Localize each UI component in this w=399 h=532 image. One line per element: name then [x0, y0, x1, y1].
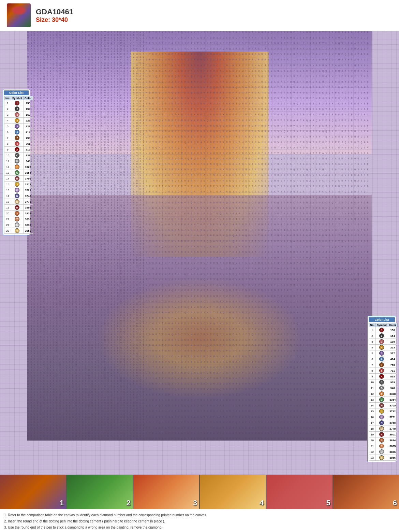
color-symbol: J: [11, 182, 23, 187]
col-no-right: No.: [369, 323, 376, 327]
color-no: 6: [4, 129, 11, 135]
color-list-row: 88761: [4, 141, 33, 147]
color-symbol: 8: [375, 368, 388, 374]
color-symbol: 1: [375, 327, 388, 333]
color-symbol: 7: [11, 135, 23, 141]
color-code: 758: [23, 135, 33, 141]
color-list-row: 66414: [369, 356, 398, 362]
color-code: 3801: [23, 205, 33, 211]
color-no: 4: [369, 345, 376, 350]
color-no: 21: [4, 216, 11, 222]
color-symbol: A: [375, 374, 388, 379]
thumbnail-item[interactable]: 5: [266, 475, 333, 509]
color-code: 939: [23, 153, 33, 158]
warm-glow-layer: [96, 277, 303, 400]
thumbnail-item[interactable]: 6: [333, 475, 399, 509]
color-symbol: H: [11, 176, 23, 182]
color-symbol: T: [375, 443, 388, 449]
color-list-row: 16K3721: [4, 187, 33, 193]
color-no: 8: [4, 141, 11, 147]
color-list-row: 22154: [369, 333, 398, 339]
color-list-row: 33169: [369, 339, 398, 345]
color-no: 23: [369, 455, 376, 461]
color-symbol: R: [11, 205, 23, 211]
header-info: GDA10461 Size: 30*40: [36, 8, 73, 24]
color-no: 13: [369, 397, 376, 403]
color-code: 3740: [388, 420, 397, 426]
color-list-row: 19R3801: [369, 432, 398, 437]
color-symbol: U: [375, 449, 388, 455]
instruction-line: 4. Tear apart the partial film and place…: [4, 531, 395, 532]
color-code: 150: [23, 100, 33, 106]
color-symbol: S: [11, 211, 23, 216]
color-code: 3835: [388, 443, 397, 449]
color-symbol: D: [11, 158, 23, 164]
color-code: 3721: [23, 187, 33, 193]
color-no: 22: [369, 449, 376, 455]
color-code: 758: [388, 362, 397, 368]
color-list-row: 17N3740: [4, 193, 33, 199]
col-symbol-right: Symbol: [375, 323, 388, 327]
color-symbol: N: [375, 420, 388, 426]
color-symbol: K: [375, 414, 388, 420]
color-code: 154: [23, 106, 33, 112]
color-no: 7: [4, 135, 11, 141]
color-code: 3740: [23, 193, 33, 199]
color-list-row: 10C939: [4, 153, 33, 158]
color-code: 3835: [23, 216, 33, 222]
color-symbol: 1: [11, 100, 23, 106]
color-symbol: F: [11, 164, 23, 170]
color-symbol: 6: [375, 356, 388, 362]
color-no: 12: [4, 164, 11, 170]
product-code: GDA10461: [36, 8, 73, 16]
color-code: 414: [388, 356, 397, 362]
thumbnail-item[interactable]: 3: [133, 475, 200, 509]
color-list-row: 10C939: [369, 379, 398, 385]
color-no: 18: [369, 426, 376, 432]
color-no: 10: [369, 379, 376, 385]
color-symbol: J: [375, 408, 388, 414]
thumbnail-item[interactable]: 4: [200, 475, 266, 509]
color-code: 3712: [388, 408, 397, 414]
color-list-row: 88761: [369, 368, 398, 374]
color-code: 3705: [388, 403, 397, 408]
canvas-container: N U Q H D A U S 1 S D T 2 S D R S A K 7 …: [0, 31, 399, 475]
thumbnail-item[interactable]: 2: [66, 475, 133, 509]
color-no: 12: [369, 391, 376, 397]
color-code: 3856: [23, 228, 33, 234]
color-list-row: 9A815: [4, 147, 33, 153]
color-code: 3778: [388, 426, 397, 432]
color-list-row: 23V3856: [369, 455, 398, 461]
color-code: 150: [388, 327, 397, 333]
color-symbol: C: [11, 153, 23, 158]
color-code: 3778: [23, 199, 33, 205]
color-symbol: F: [375, 391, 388, 397]
color-list-row: 33169: [4, 112, 33, 118]
color-list-row: 11D948: [369, 385, 398, 391]
thumbnail-bar: 123456: [0, 475, 399, 509]
color-list-row: 66414: [4, 129, 33, 135]
color-no: 9: [4, 147, 11, 153]
color-code: 3836: [388, 449, 397, 455]
color-list-row: 15J3712: [369, 408, 398, 414]
color-symbol: V: [375, 455, 388, 461]
color-code: 169: [23, 112, 33, 118]
thumbnail-number: 5: [326, 499, 330, 507]
color-symbol: V: [11, 228, 23, 234]
color-code: 3856: [388, 455, 397, 461]
color-list-row: 55327: [4, 124, 33, 129]
color-no: 14: [4, 176, 11, 182]
thumbnail-item[interactable]: 1: [0, 475, 66, 509]
product-thumbnail: [7, 3, 31, 27]
color-symbol: 2: [375, 333, 388, 339]
color-no: 9: [369, 374, 376, 379]
instruction-line: 1. Refer to the comparison table on the …: [4, 512, 395, 518]
color-no: 1: [369, 327, 376, 333]
color-symbol: 4: [11, 118, 23, 124]
color-list-table-right: No. Symbol Color 11150221543316944223553…: [369, 323, 398, 461]
color-code: 3836: [23, 222, 33, 228]
color-list-row: 18Q3778: [4, 199, 33, 205]
color-no: 4: [4, 118, 11, 124]
color-list-row: 17N3740: [369, 420, 398, 426]
product-size: Size: 30*40: [36, 16, 73, 24]
